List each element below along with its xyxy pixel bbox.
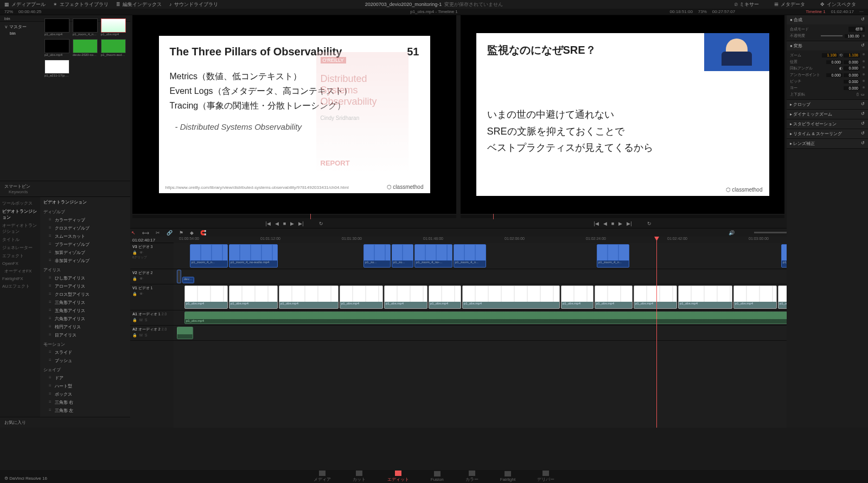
mute-icon[interactable]: M bbox=[139, 333, 143, 338]
pos-x[interactable]: 0.000 bbox=[826, 60, 843, 64]
media-clip[interactable]: p1_zoom_4_no-au... bbox=[73, 18, 98, 36]
source-scrubber[interactable] bbox=[132, 215, 456, 218]
opacity-slider[interactable] bbox=[821, 35, 843, 36]
prev-button[interactable]: |◀ bbox=[593, 221, 598, 226]
insp-dynzoom-header[interactable]: ▸ ダイナミックズーム↺ bbox=[787, 110, 868, 119]
insp-crop-header[interactable]: ▸ クロップ↺ bbox=[787, 100, 868, 109]
rot-dial[interactable]: ◐ bbox=[839, 66, 843, 71]
page-fusion[interactable]: Fusion bbox=[431, 471, 444, 482]
video-clip[interactable]: p1_zo... bbox=[392, 244, 413, 268]
arrow-tool[interactable]: ↖ bbox=[130, 230, 137, 236]
lock-icon[interactable]: 🔒 bbox=[132, 292, 137, 296]
link-icon[interactable]: ⟲ bbox=[839, 53, 843, 58]
lock-icon[interactable]: 🔒 bbox=[132, 251, 137, 255]
editindex-tab[interactable]: ≣編集インデックス bbox=[116, 1, 162, 8]
eye-icon[interactable]: 👁 bbox=[139, 292, 143, 296]
program-scrubber[interactable] bbox=[461, 215, 784, 218]
next-button[interactable]: ▶| bbox=[627, 221, 631, 226]
flag-tool[interactable]: ⚑ bbox=[178, 230, 184, 236]
marker-tool[interactable]: ◆ bbox=[189, 230, 195, 236]
metadata-tab[interactable]: 𝌆メタデータ bbox=[774, 1, 805, 8]
video-clip[interactable]: p1_obs.mp4 bbox=[184, 285, 228, 309]
trim-tool[interactable]: ⟷ bbox=[141, 230, 150, 236]
track-a2[interactable] bbox=[174, 326, 787, 341]
media-clip[interactable]: p1_obs.mp4 bbox=[101, 18, 126, 36]
track-header-a2[interactable]: A2 オーディオ 2 2.0🔒MS bbox=[130, 326, 174, 341]
prg-fit[interactable]: 73% bbox=[698, 9, 707, 14]
insp-stab-header[interactable]: ▸ スタビライゼーション↺ bbox=[787, 119, 868, 129]
video-clip[interactable]: p1_obs.mp4 bbox=[279, 285, 339, 309]
fxlib-tab[interactable]: ✶エフェクトライブラリ bbox=[53, 1, 108, 8]
effect-list[interactable]: ビデオトランジション ディゾルブ カラーディップ クロスディゾルブ スムースカッ… bbox=[40, 197, 130, 417]
anchor-x[interactable]: 0.000 bbox=[826, 73, 843, 77]
lock-icon[interactable]: 🔒 bbox=[132, 333, 137, 338]
solo-icon[interactable]: S bbox=[145, 333, 148, 338]
eff-cat[interactable]: OpenFX bbox=[2, 260, 38, 267]
program-canvas[interactable]: 監視なのになぜSRE？ いまの世の中避けて通れない SREの文脈を抑えておくこと… bbox=[461, 15, 784, 214]
eff-item[interactable]: 三角形 左 bbox=[43, 406, 127, 415]
eff-cat[interactable]: FairlightFX bbox=[2, 275, 38, 282]
loop-button[interactable]: ↻ bbox=[319, 221, 323, 226]
track-v1[interactable]: p1_obs.mp4 p1_obs.mp4 p1_obs.mp4 p1_obs.… bbox=[174, 284, 787, 310]
prev-button[interactable]: |◀ bbox=[265, 221, 270, 226]
timeline-zoom-slider[interactable] bbox=[754, 232, 787, 233]
eff-item[interactable]: 三角形アイリス bbox=[43, 298, 127, 307]
insp-transform-header[interactable]: ● 変形↺ bbox=[787, 41, 868, 50]
soundlib-tab[interactable]: ♪サウンドライブラリ bbox=[169, 1, 218, 8]
composite-mode-select[interactable]: 標準 bbox=[848, 27, 865, 32]
track-header-v1[interactable]: V1 ビデオ 1🔒👁 bbox=[130, 284, 174, 310]
zoom-y[interactable]: 1.108 bbox=[844, 53, 860, 58]
playhead[interactable] bbox=[656, 237, 657, 428]
video-clip[interactable]: p1_obs.mp4 bbox=[384, 285, 427, 309]
flip-h-button[interactable]: ▯ bbox=[857, 92, 859, 97]
eff-cat[interactable]: エフェクト bbox=[2, 252, 38, 260]
eff-cat[interactable]: タイトル bbox=[2, 236, 38, 244]
back-button[interactable]: ◀ bbox=[603, 221, 607, 226]
eff-item[interactable]: スライド bbox=[43, 348, 127, 357]
video-clip[interactable]: p1_obs.mp4 bbox=[634, 285, 677, 309]
eff-item[interactable]: ブラーディゾルブ bbox=[43, 240, 127, 249]
media-clip[interactable]: devio-2020-conne... bbox=[73, 39, 98, 56]
eff-item[interactable]: スムースカット bbox=[43, 232, 127, 240]
zoom-x[interactable]: 1.108 bbox=[822, 53, 838, 58]
lock-icon[interactable]: 🔒 bbox=[132, 318, 137, 322]
reset-icon[interactable]: ↺ bbox=[861, 101, 865, 107]
track-header-v2[interactable]: V2 ビデオ 2🔒👁 bbox=[130, 269, 174, 284]
video-clip[interactable]: p1_obs.mp4 bbox=[733, 285, 777, 309]
video-clip[interactable] bbox=[177, 270, 181, 283]
lock-icon[interactable]: 🔒 bbox=[132, 277, 137, 281]
eff-cat[interactable]: AUエフェクト bbox=[2, 282, 38, 290]
favorites-section[interactable]: お気に入り bbox=[0, 417, 130, 428]
master-bin[interactable]: ∨ マスター bbox=[4, 24, 37, 30]
opacity-value[interactable]: 100.00 bbox=[845, 34, 861, 38]
track-header-a1[interactable]: A1 オーディオ 1 2.0🔒MS bbox=[130, 310, 174, 326]
eff-cat[interactable]: ツールボックス bbox=[2, 199, 38, 207]
video-clip[interactable]: p1_obs.mp4 bbox=[678, 285, 732, 309]
eff-item[interactable]: 目アイリス bbox=[43, 331, 127, 339]
media-clip[interactable]: p2_obs.mp4 bbox=[44, 39, 69, 56]
eff-item[interactable]: 楕円アイリス bbox=[43, 323, 127, 331]
eye-icon[interactable]: 👁 bbox=[139, 251, 143, 255]
solo-icon[interactable]: S bbox=[145, 318, 148, 322]
video-clip[interactable]: p1_obs.mp4 bbox=[340, 285, 383, 309]
page-fairlight[interactable]: Fairlight bbox=[500, 471, 515, 482]
reset-icon[interactable]: ↺ bbox=[861, 17, 865, 23]
eff-item[interactable]: プッシュ bbox=[43, 357, 127, 365]
audio-clip[interactable] bbox=[177, 327, 193, 339]
video-clip[interactable]: p1_obs.mp4 bbox=[561, 285, 593, 309]
eff-cat[interactable]: オーディオトランジション bbox=[2, 221, 38, 236]
eff-item[interactable]: 六角形アイリス bbox=[43, 315, 127, 323]
page-media[interactable]: メディア bbox=[314, 471, 331, 482]
mediapool-tab[interactable]: ▦メディアプール bbox=[4, 1, 46, 8]
next-button[interactable]: ▶| bbox=[298, 221, 303, 226]
eff-cat[interactable]: ジェネレーター bbox=[2, 244, 38, 252]
eff-item[interactable]: クロス型アイリス bbox=[43, 290, 127, 298]
stop-button[interactable]: ■ bbox=[611, 221, 614, 226]
eff-item[interactable]: 非加算ディゾルブ bbox=[43, 257, 127, 265]
track-v3[interactable]: p1_zoom_4_n... p1_zoom_4_no-audio.mp4 p1… bbox=[174, 243, 787, 269]
flip-v-button[interactable]: ▭ bbox=[861, 92, 865, 97]
eff-item[interactable]: ドア bbox=[43, 374, 127, 382]
bin-item[interactable]: bin bbox=[4, 31, 37, 36]
fit-dropdown[interactable]: 72% bbox=[4, 9, 13, 14]
video-clip[interactable]: p1_obs.mp4 bbox=[429, 285, 461, 309]
